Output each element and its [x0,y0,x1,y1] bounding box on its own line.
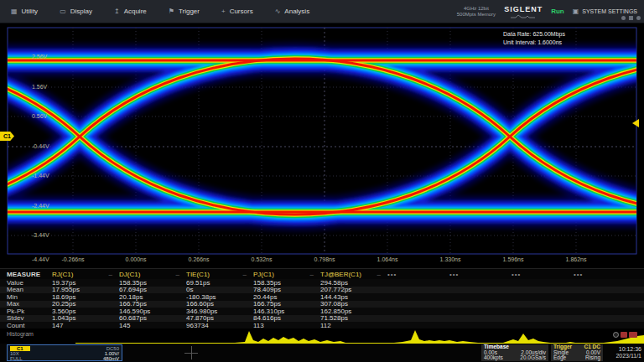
empty-slot-header[interactable]: ••• [387,271,449,278]
measure-row-pkpk: Pk-Pk 3.560ps 146.590ps 346.980ps 146.31… [0,308,644,315]
y-axis-label: -0.44V [32,143,49,149]
io-status-icons [613,332,637,338]
menu-analysis-label: Analysis [284,8,309,15]
eye-diagram [0,23,644,268]
system-settings-button[interactable]: ▣ SYSTEM SETTINGS [573,8,637,15]
column-menu-dash: – [109,271,112,278]
empty-slot-header[interactable]: ••• [512,271,574,278]
clock-mini-icon [621,16,626,20]
y-axis-label: 1.56V [32,84,47,90]
x-axis-label: 1.064ns [377,256,398,262]
time-readout: 10:12:36 [604,346,641,353]
display-icon: ▭ [60,8,66,15]
trigger-type: Edge [553,355,566,361]
channel1-bandwidth: FULL [10,356,23,361]
y-axis-label: -2.44V [32,203,49,209]
utility-icon: ▦ [11,8,18,15]
measure-col-dj[interactable]: DJ(C1)– [119,271,186,278]
x-axis-label: 1.596ns [503,256,524,262]
add-channel-icon[interactable] [184,346,198,359]
x-axis-label: 0.798ns [314,256,335,262]
histogram-trace [0,328,644,344]
timebase-samplerate: 20.0GSa/s [520,355,546,361]
menu-cursors[interactable]: + Cursors [210,0,264,23]
measure-row-stdev: Stdev 1.043ps 60.687ps 47.870ps 84.616ps… [0,315,644,323]
measure-col-rj[interactable]: RJ(C1)– [52,271,119,278]
oscilloscope-screen: ▦ Utility ▭ Display ↥ Acquire ⚑ Trigger … [0,0,644,362]
histogram-panel: Histogram [0,328,644,344]
x-axis-label: 1.862ns [566,256,587,262]
logo-wave-icon [511,14,536,18]
measure-panel: MEASURE RJ(C1)– DJ(C1)– TIE(C1)– PJ(C1)–… [0,268,644,328]
clock: 10:12:36 2023/11/1 [604,346,641,359]
column-menu-dash: – [377,271,381,278]
acquisition-status[interactable]: Run [551,8,564,15]
menu-display[interactable]: ▭ Display [49,0,103,23]
network-icon [621,332,627,338]
eye-measurements-info: Data Rate: 625.00Mbps Unit Interval: 1.6… [503,30,565,47]
menu-analysis[interactable]: ∿ Analysis [264,0,321,23]
data-rate-readout: Data Rate: 625.00Mbps [503,30,565,39]
y-axis-label: 2.56V [32,54,47,59]
x-axis-label: -0.266ns [61,256,84,262]
trigger-slope: Rising [585,355,600,361]
x-axis-label: 0.266ns [189,256,210,262]
column-menu-dash: – [176,271,179,278]
timebase-panel[interactable]: Timebase 0.00s 2.00us/div 400kpts 20.0GS… [481,344,548,361]
menu-utility[interactable]: ▦ Utility [0,0,49,23]
menu-trigger-label: Trigger [179,8,200,15]
date-readout: 2023/11/1 [604,353,641,359]
trigger-panel[interactable]: Trigger C1 DC Single 0.00V Edge Rising [551,344,603,361]
scope-specs: 4GHz 12bit 500Mpts Memory [457,6,496,18]
system-settings-label: SYSTEM SETTINGS [582,8,637,14]
measure-col-tie[interactable]: TIE(C1)– [186,271,253,278]
y-axis-label: -1.44V [32,173,49,178]
siglent-logo: SIGLENT [504,5,543,18]
cursors-icon: + [221,8,226,15]
timebase-points: 400kpts [484,355,503,361]
unit-interval-readout: Unit Interval: 1.6000ns [503,39,565,47]
measure-col-pj[interactable]: PJ(C1)– [253,271,320,278]
analysis-icon: ∿ [275,8,281,15]
measure-header-row: MEASURE RJ(C1)– DJ(C1)– TIE(C1)– PJ(C1)–… [0,269,644,279]
column-menu-dash: – [310,271,314,278]
waveform-display[interactable]: Data Rate: 625.00Mbps Unit Interval: 1.6… [0,23,644,268]
status-circle-icon [613,332,619,338]
measure-row-max: Max 20.25ps 166.75ps 166.60ps 166.75ps 3… [0,301,644,308]
menu-acquire-label: Acquire [124,8,147,15]
y-axis-label: 0.56V [32,113,47,119]
measure-col-tjber[interactable]: TJ@BER(C1)– [320,271,387,278]
eye-trace [0,59,644,215]
acquire-icon: ↥ [114,8,120,15]
speaker-mini-icon [636,16,641,20]
trigger-flag-icon: ⚑ [169,8,174,15]
measure-row-min: Min 18.69ps 20.18ps -180.38ps 20.44ps 14… [0,293,644,301]
y-axis-label: -4.44V [32,256,49,262]
status-bar: C1 DC50 10X 1.00V/ FULL 480mV Timebase 0… [0,344,644,362]
menubar-status-icons [621,16,641,20]
x-axis-label: 0.000ns [126,256,147,262]
x-axis-label: 1.330ns [440,256,461,262]
y-axis-label: -3.44V [32,232,49,238]
channel1-badge[interactable]: C1 DC50 10X 1.00V/ FULL 480mV [7,344,122,361]
measure-row-mean: Mean 17.955ps 67.694ps 0s 78.409ps 207.7… [0,287,644,294]
menu-utility-label: Utility [22,8,39,15]
histogram-label: Histogram [7,331,34,337]
empty-slot-header[interactable]: ••• [574,271,636,278]
menu-trigger[interactable]: ⚑ Trigger [158,0,210,23]
menu-bar: ▦ Utility ▭ Display ↥ Acquire ⚑ Trigger … [0,0,644,23]
channel1-offset: 480mV [103,356,119,361]
measure-row-value: Value 19.37ps 158.35ps 69.51ps 158.35ps … [0,279,644,287]
menu-cursors-label: Cursors [230,8,253,15]
grid-mini-icon [629,16,633,20]
menu-acquire[interactable]: ↥ Acquire [103,0,158,23]
x-axis-label: 0.532ns [252,256,273,262]
printer-icon [629,332,637,338]
measure-title: MEASURE [0,271,52,278]
column-menu-dash: – [243,271,247,278]
empty-slot-header[interactable]: ••• [449,271,512,278]
settings-icon: ▣ [573,8,579,15]
menu-display-label: Display [70,8,92,15]
